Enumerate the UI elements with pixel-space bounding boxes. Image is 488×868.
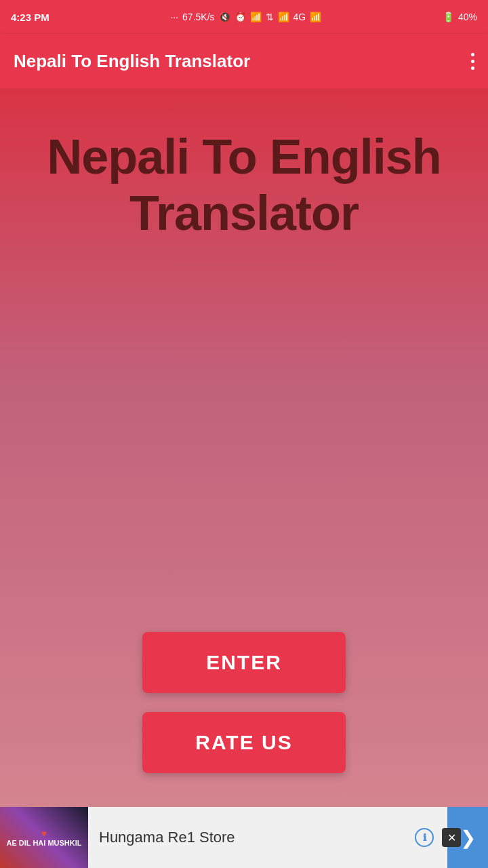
ad-heart-icon: ♥ bbox=[41, 828, 47, 839]
enter-button[interactable]: ENTER bbox=[142, 632, 346, 693]
app-bar: Nepali To English Translator bbox=[0, 34, 488, 88]
wifi-icon: 📶 bbox=[250, 12, 262, 22]
battery-icon: 🔋 bbox=[443, 12, 454, 22]
ad-info-button[interactable]: ℹ bbox=[415, 828, 434, 847]
status-center: ··· 67.5K/s 🔇 ⏰ 📶 ⇅ 📶 4G 📶 bbox=[170, 12, 321, 22]
status-bar: 4:23 PM ··· 67.5K/s 🔇 ⏰ 📶 ⇅ 📶 4G 📶 🔋 40% bbox=[0, 0, 488, 34]
status-time: 4:23 PM bbox=[11, 12, 49, 23]
buttons-container: ENTER RATE US bbox=[20, 632, 468, 773]
alarm-icon: ⏰ bbox=[235, 12, 246, 22]
ad-text-area: Hungama Re1 Store bbox=[88, 829, 447, 846]
info-icon: ℹ bbox=[423, 832, 426, 843]
mute-icon: 🔇 bbox=[219, 12, 230, 22]
app-bar-title: Nepali To English Translator bbox=[14, 51, 250, 72]
ad-close-button[interactable]: ✕ bbox=[442, 828, 461, 847]
ad-image-label: AE DIL HAI MUSHKIL bbox=[6, 839, 81, 847]
battery-percent: 40% bbox=[458, 12, 477, 22]
ad-text: Hungama Re1 Store bbox=[99, 829, 235, 846]
close-icon: ✕ bbox=[447, 831, 456, 844]
rate-us-button[interactable]: RATE US bbox=[142, 712, 346, 773]
ad-image-inner: ♥ AE DIL HAI MUSHKIL bbox=[0, 807, 88, 868]
menu-dot-3 bbox=[471, 66, 474, 70]
ad-banner: ♥ AE DIL HAI MUSHKIL Hungama Re1 Store ℹ… bbox=[0, 807, 488, 868]
signal-icon: 📶 bbox=[278, 12, 289, 22]
network-label: 4G bbox=[293, 12, 306, 22]
status-dots: ··· bbox=[170, 12, 178, 22]
status-right: 🔋 40% bbox=[443, 12, 477, 22]
data-transfer-icon: ⇅ bbox=[266, 12, 274, 22]
overflow-menu-button[interactable] bbox=[471, 53, 474, 70]
main-content: Nepali To English Translator ENTER RATE … bbox=[0, 88, 488, 807]
ad-image: ♥ AE DIL HAI MUSHKIL bbox=[0, 807, 88, 868]
menu-dot-1 bbox=[471, 53, 474, 56]
menu-dot-2 bbox=[471, 60, 474, 63]
chevron-right-icon: ❯ bbox=[460, 827, 476, 849]
signal-icon-2: 📶 bbox=[310, 12, 321, 22]
status-speed: 67.5K/s bbox=[182, 12, 214, 22]
main-title: Nepali To English Translator bbox=[20, 129, 468, 241]
